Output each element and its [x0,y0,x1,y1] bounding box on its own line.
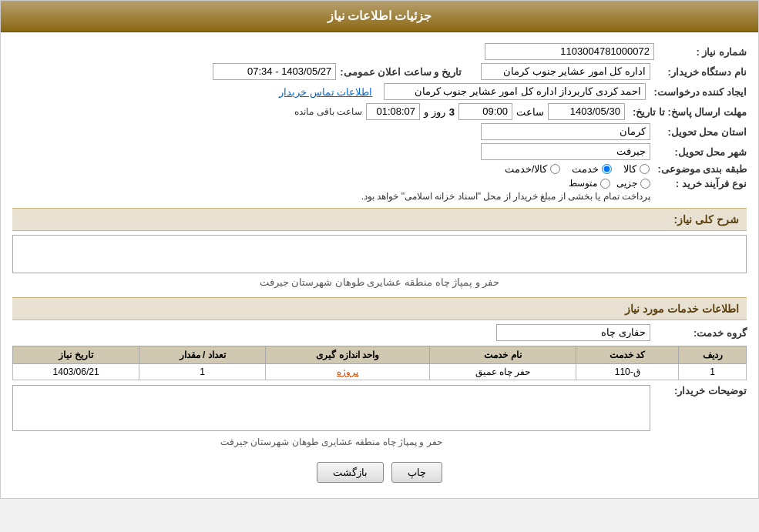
service-group-value: حفاری چاه [496,324,650,341]
cell-qty: 1 [139,364,266,380]
services-table: ردیف کد خدمت نام خدمت واحد اندازه گیری ت… [12,346,747,380]
category-radio-group: کالا خدمت کالا/خدمت [505,163,650,175]
need-description-container: حفر و پمپاژ چاه منطقه عشایری طوهان شهرست… [12,235,747,291]
category-option-2: خدمت [572,163,612,175]
time-label: ساعت [516,106,544,118]
province-row: استان محل تحویل: کرمان [12,123,747,140]
services-section-header: اطلاعات خدمات مورد نیاز [12,297,747,320]
buyer-notes-label: توضیحات خریدار: [654,385,747,396]
cell-name: حفر چاه عمیق [429,364,576,380]
buyer-notes-row: توضیحات خریدار: حفر و پمپاژ چاه منطقه عش… [12,385,747,450]
creator-value: احمد کردی کاربرداز اداره کل امور عشایر ج… [384,83,646,100]
city-row: شهر محل تحویل: جیرفت [12,143,747,160]
province-label: استان محل تحویل: [654,126,747,138]
deadline-label: مهلت ارسال پاسخ: تا تاریخ: [629,106,747,118]
remaining-time: 01:08:07 [366,103,420,120]
back-button[interactable]: بازگشت [317,462,384,483]
service-group-label: گروه خدمت: [654,327,747,339]
page-title: جزئیات اطلاعات نیاز [1,1,758,32]
category-label: طبقه بندی موضوعی: [653,163,747,175]
content-area: شماره نیاز : 1103004781000072 نام دستگاه… [1,32,758,498]
buyer-notes-text: حفر و پمپاژ چاه منطقه عشایری طوهان شهرست… [12,433,650,450]
page-wrapper: جزئیات اطلاعات نیاز شماره نیاز : 1103004… [0,0,759,499]
cell-code: ق-110 [576,364,679,380]
col-header-date: تاریخ نیاز [13,346,139,364]
province-value: کرمان [481,123,650,140]
category-row: طبقه بندی موضوعی: کالا خدمت کالا/خدمت [12,163,747,175]
category-option-1: کالا [623,163,650,175]
days-value: 3 [449,106,455,118]
process-option-1: جزیی [616,178,650,189]
creator-row: ایجاد کننده درخواست: احمد کردی کاربرداز … [12,83,747,100]
bottom-buttons: چاپ بازگشت [12,462,747,483]
cell-unit[interactable]: پروژه [266,364,430,380]
process-description: پرداخت تمام یا بخشی از مبلغ خریدار از مح… [12,191,650,202]
service-group-row: گروه خدمت: حفاری چاه [12,324,747,341]
process-radio-group: جزیی متوسط [12,178,650,189]
need-number-label: شماره نیاز : [654,46,747,58]
need-number-row: شماره نیاز : 1103004781000072 [12,43,747,60]
buyer-announce-row: نام دستگاه خریدار: اداره کل امور عشایر ج… [12,63,747,80]
col-header-unit: واحد اندازه گیری [266,346,430,364]
deadline-row: مهلت ارسال پاسخ: تا تاریخ: 1403/05/30 سا… [12,103,747,120]
buyer-name-value: اداره کل امور عشایر جنوب کرمان [481,63,650,80]
cell-date: 1403/06/21 [13,364,139,380]
process-label: نوع فرآیند خرید : [654,178,747,189]
remaining-label: ساعت باقی مانده [294,106,362,117]
col-header-qty: تعداد / مقدار [139,346,266,364]
col-header-row: ردیف [679,346,747,364]
need-description-textarea[interactable] [12,235,747,273]
buyer-notes-textarea[interactable] [12,385,650,431]
services-table-section: ردیف کد خدمت نام خدمت واحد اندازه گیری ت… [12,346,747,380]
cell-row: 1 [679,364,747,380]
announce-date-value: 1403/05/27 - 07:34 [213,63,336,80]
need-description-text: حفر و پمپاژ چاه منطقه عشایری طوهان شهرست… [12,273,747,291]
process-row: نوع فرآیند خرید : جزیی متوسط پرداخت تمام… [12,178,747,202]
contact-link[interactable]: اطلاعات تماس خریدار [279,86,372,98]
col-header-code: کد خدمت [576,346,679,364]
city-label: شهر محل تحویل: [654,146,747,158]
col-header-name: نام خدمت [429,346,576,364]
category-option-3: کالا/خدمت [505,163,561,175]
creator-label: ایجاد کننده درخواست: [650,86,747,98]
response-date: 1403/05/30 [548,103,625,120]
response-time: 09:00 [458,103,512,120]
need-description-section-header: شرح کلی نیاز: [12,208,747,231]
table-row: 1 ق-110 حفر چاه عمیق پروژه 1 1403/06/21 [13,364,747,380]
buyer-name-label: نام دستگاه خریدار: [654,66,747,78]
city-value: جیرفت [481,143,650,160]
announce-date-label: تاریخ و ساعت اعلان عمومی: [340,66,462,78]
need-number-value: 1103004781000072 [485,43,654,60]
print-button[interactable]: چاپ [391,462,442,483]
process-option-2: متوسط [569,178,610,189]
days-label: روز و [424,106,445,118]
